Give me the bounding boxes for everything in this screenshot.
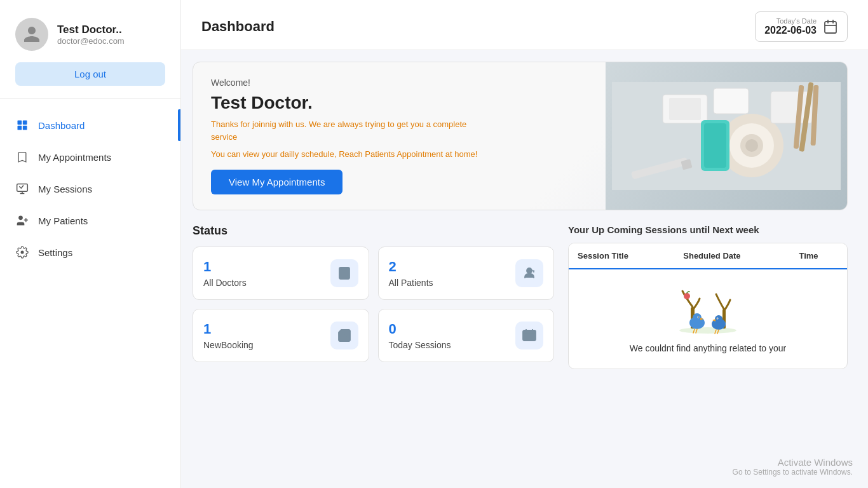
svg-point-31 xyxy=(679,327,736,334)
profile-email: doctor@edoc.com xyxy=(57,36,125,46)
sessions-table: Session Title Sheduled Date Time xyxy=(569,243,847,369)
status-grid: 1 All Doctors xyxy=(193,247,554,362)
col-time: Time xyxy=(790,243,847,269)
sidebar-item-my-appointments[interactable]: My Appointments xyxy=(0,141,180,173)
nav-menu: Dashboard My Appointments My Sessions xyxy=(0,104,180,273)
profile-section: Test Doctor.. doctor@edoc.com xyxy=(0,0,180,62)
sidebar-item-label-dashboard: Dashboard xyxy=(38,120,85,131)
main-content: Dashboard Today's Date 2022-06-03 Welcom… xyxy=(181,0,868,488)
new-booking-icon xyxy=(330,322,358,349)
status-card-new-booking: 1 NewBooking xyxy=(193,309,369,362)
sessions-empty-row: We couldnt find anything related to your xyxy=(569,269,847,369)
avatar xyxy=(15,18,48,51)
svg-point-36 xyxy=(698,316,700,318)
sidebar-item-dashboard[interactable]: Dashboard xyxy=(0,109,180,141)
sessions-section: Your Up Coming Sessions until Next week … xyxy=(568,224,848,369)
svg-point-42 xyxy=(684,293,690,299)
col-scheduled-date: Sheduled Date xyxy=(674,243,790,269)
svg-rect-4 xyxy=(17,184,28,192)
sessions-nav-icon xyxy=(15,182,29,196)
sidebar-item-settings[interactable]: Settings xyxy=(0,236,180,268)
appointments-icon xyxy=(15,150,29,164)
sidebar-item-label-appointments: My Appointments xyxy=(38,152,111,163)
sessions-table-body: We couldnt find anything related to your xyxy=(569,269,847,369)
sidebar-item-label-settings: Settings xyxy=(38,247,72,258)
logout-button[interactable]: Log out xyxy=(15,62,165,86)
welcome-greeting: Welcome! xyxy=(211,78,588,88)
svg-rect-1 xyxy=(23,121,27,125)
new-booking-number: 1 xyxy=(203,321,254,337)
dashboard-icon xyxy=(15,118,29,132)
status-card-all-doctors: 1 All Doctors xyxy=(193,247,369,300)
patients-nav-icon xyxy=(15,214,29,227)
svg-point-33 xyxy=(693,313,702,322)
sidebar-item-my-sessions[interactable]: My Sessions xyxy=(0,173,180,205)
sidebar-divider xyxy=(0,98,180,99)
sidebar-item-label-patients: My Patients xyxy=(38,215,88,226)
welcome-desc-line1: Thanks for joinnig with us. We are alway… xyxy=(211,118,478,143)
top-header: Dashboard Today's Date 2022-06-03 xyxy=(181,0,868,50)
sidebar-item-label-sessions: My Sessions xyxy=(38,184,92,194)
welcome-desc-line2: You can view your dailly schedule, Reach… xyxy=(211,148,478,161)
profile-name: Test Doctor.. xyxy=(57,24,125,36)
date-widget: Today's Date 2022-06-03 xyxy=(755,11,848,42)
today-sessions-number: 0 xyxy=(389,321,451,337)
sessions-table-head: Session Title Sheduled Date Time xyxy=(569,243,847,269)
welcome-text-area: Welcome! Test Doctor. Thanks for joinnig… xyxy=(193,62,606,210)
today-sessions-label: Today Sessions xyxy=(389,340,451,350)
svg-point-41 xyxy=(717,318,718,319)
sidebar-item-my-patients[interactable]: My Patients xyxy=(0,205,180,236)
svg-rect-17 xyxy=(714,88,749,114)
welcome-name: Test Doctor. xyxy=(211,93,588,113)
page-title: Dashboard xyxy=(201,18,275,35)
svg-rect-2 xyxy=(18,126,22,130)
all-patients-icon xyxy=(515,259,543,287)
date-label: Today's Date xyxy=(764,17,817,25)
empty-state: We couldnt find anything related to your xyxy=(569,269,847,369)
bottom-section: Status 1 All Doctors xyxy=(193,224,848,369)
sidebar: Test Doctor.. doctor@edoc.com Log out Da… xyxy=(0,0,181,488)
status-title: Status xyxy=(193,224,554,238)
svg-rect-16 xyxy=(669,98,701,120)
today-sessions-icon xyxy=(515,322,543,349)
col-session-title: Session Title xyxy=(569,243,674,269)
all-patients-label: All Patients xyxy=(389,278,433,288)
empty-state-text: We couldnt find anything related to your xyxy=(630,343,786,353)
svg-point-14 xyxy=(745,139,758,152)
new-booking-label: NewBooking xyxy=(203,340,254,350)
svg-rect-3 xyxy=(23,126,27,130)
sessions-title: Your Up Coming Sessions until Next week xyxy=(568,224,848,235)
empty-state-svg xyxy=(673,285,743,336)
sessions-table-wrapper: Session Title Sheduled Date Time xyxy=(568,243,848,369)
banner-image xyxy=(606,62,847,210)
svg-rect-6 xyxy=(825,22,836,33)
status-card-today-sessions: 0 Today Sessions xyxy=(378,309,555,362)
svg-rect-20 xyxy=(704,123,726,168)
welcome-banner: Welcome! Test Doctor. Thanks for joinnig… xyxy=(193,62,848,210)
all-doctors-label: All Doctors xyxy=(203,278,247,288)
calendar-icon xyxy=(823,19,838,34)
date-value: 2022-06-03 xyxy=(764,25,817,36)
status-section: Status 1 All Doctors xyxy=(193,224,554,369)
empty-state-illustration xyxy=(673,285,743,336)
svg-rect-0 xyxy=(18,121,22,125)
all-doctors-number: 1 xyxy=(203,259,247,275)
view-appointments-button[interactable]: View My Appointments xyxy=(211,170,342,194)
settings-icon xyxy=(15,245,29,259)
status-card-all-patients: 2 All Patients xyxy=(378,247,555,300)
profile-info: Test Doctor.. doctor@edoc.com xyxy=(57,24,125,46)
date-info: Today's Date 2022-06-03 xyxy=(764,17,817,36)
banner-illustration xyxy=(612,82,841,190)
all-doctors-icon xyxy=(330,259,358,287)
all-patients-number: 2 xyxy=(389,259,433,275)
content-area: Welcome! Test Doctor. Thanks for joinnig… xyxy=(181,50,868,381)
svg-point-38 xyxy=(715,315,722,323)
svg-point-5 xyxy=(18,216,23,220)
